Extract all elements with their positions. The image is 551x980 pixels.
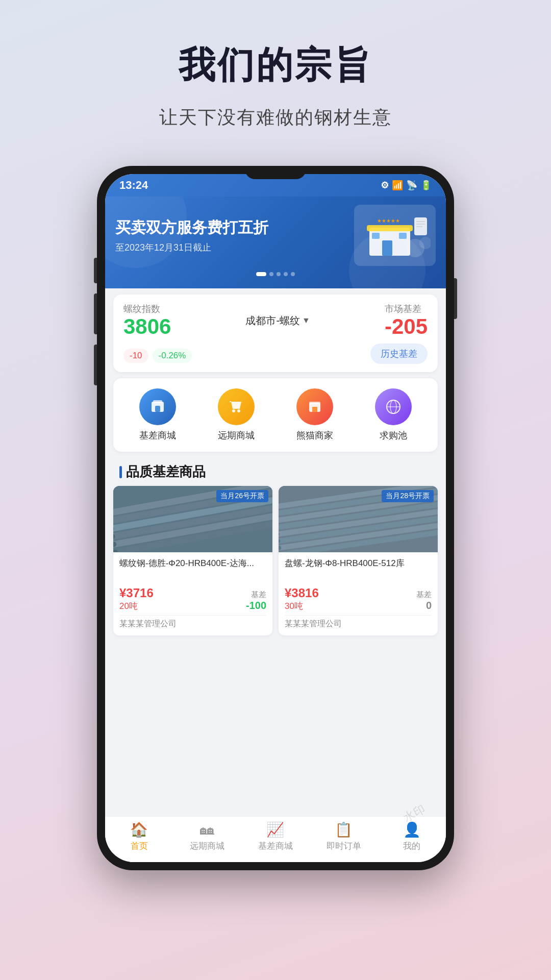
product-basis-1: 基差 -100 [246,590,266,611]
svg-point-16 [237,409,240,412]
index-tags: -10 -0.26% [123,349,192,363]
product-info-1: 螺纹钢-德胜-Φ20-HRB400E-达海... ¥3716 20吨 基差 -1… [113,552,272,635]
quick-nav: 基差商城 远期商城 熊猫商家 [113,378,438,452]
svg-rect-4 [399,233,407,239]
svg-text:★★★★★: ★★★★★ [377,218,400,224]
company-name-1: 某某某管理公司 [119,615,266,629]
mine-icon: 👤 [403,821,421,838]
product-basis-2: 基差 0 [416,590,432,611]
basis-value-1: -100 [246,600,266,611]
signal-icon: 📶 [392,180,403,191]
section-title: 品质基差商品 [126,463,206,481]
dot-4 [284,272,288,276]
yuanqishangcheng-label: 远期商城 [218,429,255,442]
dot-3 [277,272,281,276]
luowen-label: 螺纹指数 [123,303,171,315]
bottom-nav-yuanqi[interactable]: 🏘 远期商城 [173,821,242,852]
product-weight-1: 20吨 [119,600,154,612]
nav-item-xiongmaoshangjia[interactable]: 熊猫商家 [296,388,333,442]
dot-1 [256,272,266,276]
volume-up-button [94,293,97,334]
qiugoupool-icon [375,388,412,425]
svg-rect-14 [155,406,160,412]
history-basis-button[interactable]: 历史基差 [370,344,428,364]
nav-item-jichashangcheng[interactable]: 基差商城 [139,388,176,442]
product-name-1: 螺纹钢-德胜-Φ20-HRB400E-达海... [119,557,266,582]
svg-rect-2 [382,240,392,256]
basis-value: -205 [385,315,428,338]
chevron-down-icon: ▼ [302,316,310,325]
product-tag-2: 当月28号开票 [382,490,434,502]
product-card-2[interactable]: 当月28号开票 盘螺-龙钢-Φ8-HRB400E-512库 ¥3816 30吨 [279,486,438,635]
product-image-1: 当月26号开票 [113,486,272,552]
banner-image: ★★★★★ [354,205,436,266]
index-left: 螺纹指数 3806 [123,303,171,338]
bottom-nav-jicha[interactable]: 📈 基差商城 [241,821,310,852]
banner-area[interactable]: 买卖双方服务费打五折 至2023年12月31日截止 [105,197,446,288]
bottom-nav-home[interactable]: 🏠 首页 [105,821,173,852]
bottom-nav: 🏠 首页 🏘 远期商城 📈 基差商城 📋 即时订单 👤 我的 [105,816,446,862]
nav-item-qiugoupool[interactable]: 求购池 [375,388,412,442]
product-name-2: 盘螺-龙钢-Φ8-HRB400E-512库 [285,557,432,582]
home-icon: 🏠 [130,821,148,838]
notification-icon: ⚙ [381,180,389,191]
city-selector[interactable]: 成都市-螺纹 ▼ [245,314,310,328]
product-info-2: 盘螺-龙钢-Φ8-HRB400E-512库 ¥3816 30吨 基差 0 [279,552,438,635]
basis-value-2: 0 [426,600,432,611]
index-row: 螺纹指数 3806 成都市-螺纹 ▼ 市场基差 -205 [123,303,428,338]
store-illustration: ★★★★★ [359,207,431,263]
jicha-label: 基差商城 [258,840,293,852]
power-button [454,278,457,319]
svg-rect-13 [153,400,162,403]
price-weight-group-1: ¥3716 20吨 [119,586,154,612]
section-header: 品质基差商品 [105,458,446,486]
city-name: 成都市-螺纹 [245,314,300,328]
luowen-value: 3806 [123,315,171,338]
home-label: 首页 [131,840,148,852]
product-price-2: ¥3816 [285,586,319,600]
company-name-2: 某某某管理公司 [285,615,432,629]
page-background: 我们的宗旨 让天下没有难做的钢材生意 13:24 ⚙ 📶 📡 🔋 [97,0,454,870]
phone-screen: 13:24 ⚙ 📶 📡 🔋 买卖双方服务费打五折 至2023年12月31日截止 [105,174,446,862]
svg-point-15 [232,409,235,412]
svg-rect-3 [372,233,380,239]
page-title-area: 我们的宗旨 让天下没有难做的钢材生意 [97,0,454,140]
product-image-2: 当月28号开票 [279,486,438,552]
svg-rect-1 [367,225,413,231]
basis-label-2: 基差 [416,590,432,600]
change-tag-1: -10 [123,349,148,363]
product-card-1[interactable]: 当月26号开票 螺纹钢-德胜-Φ20-HRB400E-达海... ¥3716 2… [113,486,272,635]
svg-rect-19 [309,402,320,404]
phone-notch [245,166,306,179]
bottom-nav-mine[interactable]: 👤 我的 [378,821,446,852]
product-price-row-2: ¥3816 30吨 基差 0 [285,586,432,612]
phone-frame: 13:24 ⚙ 📶 📡 🔋 买卖双方服务费打五折 至2023年12月31日截止 [97,166,454,870]
wifi-icon: 📡 [406,180,417,191]
yuanqishangcheng-icon [218,388,255,425]
bottom-nav-order[interactable]: 📋 即时订单 [310,821,378,852]
page-subtitle: 让天下没有难做的钢材生意 [97,105,454,130]
product-price-1: ¥3716 [119,586,154,600]
index-card: 螺纹指数 3806 成都市-螺纹 ▼ 市场基差 -205 [113,295,438,372]
basis-label: 市场基差 [385,303,428,315]
product-weight-2: 30吨 [285,600,319,612]
jicha-icon: 📈 [266,821,284,838]
dot-5 [291,272,295,276]
index-center[interactable]: 成都市-螺纹 ▼ [245,314,310,328]
product-tag-1: 当月26号开票 [216,490,268,502]
index-right: 市场基差 -205 [385,303,428,338]
status-time: 13:24 [119,179,148,192]
jichashangcheng-label: 基差商城 [139,429,176,442]
battery-icon: 🔋 [420,180,432,191]
mine-label: 我的 [403,840,420,852]
product-price-row-1: ¥3716 20吨 基差 -100 [119,586,266,612]
jichashangcheng-icon [139,388,176,425]
svg-rect-20 [312,407,317,412]
yuanqi-icon: 🏘 [200,821,214,838]
scroll-content[interactable]: 螺纹指数 3806 成都市-螺纹 ▼ 市场基差 -205 [105,288,446,816]
section-bar-decoration [119,466,122,478]
volume-silent-button [94,258,97,283]
product-grid: 当月26号开票 螺纹钢-德胜-Φ20-HRB400E-达海... ¥3716 2… [105,486,446,642]
nav-item-yuanqishangcheng[interactable]: 远期商城 [218,388,255,442]
basis-label-1: 基差 [251,590,266,600]
